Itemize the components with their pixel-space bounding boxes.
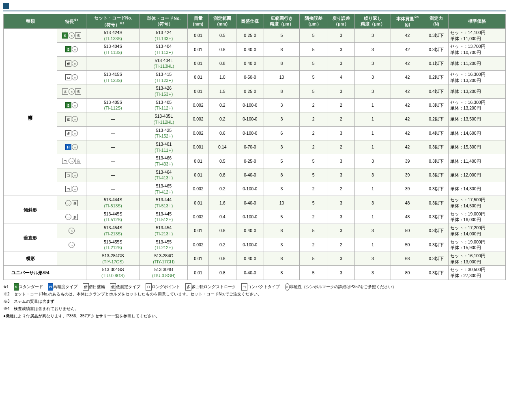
adjacent-cell: 5	[300, 84, 327, 98]
force-cell: 0.3以下	[424, 252, 448, 265]
weight-cell: 42	[391, 98, 424, 112]
col-feature: 特長※1	[57, 14, 86, 29]
repeatability-cell: 3	[355, 71, 391, 84]
category-cell: 縦形	[4, 28, 57, 196]
col-repeat: 繰り返し精度（μm）	[355, 14, 391, 29]
table-row: H○—513-401(TI-111H)0.0010.140-70-0322142…	[4, 140, 506, 154]
accuracy-cell: 5	[264, 154, 299, 168]
unit-code-cell: 513-454(TI-213H)	[140, 224, 188, 238]
table-row: 傾斜形○多513-444S(TI-513S)513-444(TI-513H)0.…	[4, 196, 506, 210]
accuracy-cell: 3	[264, 112, 299, 126]
force-cell: 0.3以下	[424, 43, 448, 56]
return-cell: 3	[327, 224, 355, 238]
force-cell: 0.3以下	[424, 266, 448, 280]
price-cell: 単体：12,000円	[448, 168, 505, 182]
set-code-cell: 513-304GS(TIU-0.8GS)	[86, 266, 140, 280]
graduation-cell: 0.002	[188, 98, 208, 112]
repeatability-cell: 1	[355, 112, 391, 126]
unit-code-cell: 513-401(TI-111H)	[140, 140, 188, 154]
range-cell: 0.14	[208, 140, 236, 154]
col-return: 戻り誤差（μm）	[327, 14, 355, 29]
footnote-5: ●機種により付属品が異なります。P356、357アクセサリー一覧を参照してくださ…	[3, 312, 506, 320]
feature-cell: S○倍	[57, 28, 86, 42]
weight-cell: 42	[391, 140, 424, 154]
adjacent-cell: 2	[300, 238, 327, 252]
price-cell: セット：16,100円単体：13,000円	[448, 252, 505, 265]
unit-code-cell: 513-304G(TIU-0.8GH)	[140, 266, 188, 280]
set-code-cell: —	[86, 84, 140, 98]
force-cell: 0.3以下	[424, 28, 448, 42]
price-cell: 単体：11,400円	[448, 154, 505, 168]
adjacent-cell: 2	[300, 182, 327, 196]
table-row: S○513-405S(TI-112S)513-405(TI-112H)0.002…	[4, 98, 506, 112]
col-graduation: 目量(mm)	[188, 14, 208, 29]
table-row: 多○倍—513-426(TI-153H)0.011.50-25-08533420…	[4, 84, 506, 98]
price-cell: セット：19,000円単体：15,900円	[448, 238, 505, 252]
range-cell: 0.8	[208, 168, 236, 182]
force-cell: 0.4以下	[424, 84, 448, 98]
set-code-cell: —	[86, 56, 140, 70]
adjacent-cell: 2	[300, 140, 327, 154]
range-cell: 0.2	[208, 98, 236, 112]
weight-cell: 50	[391, 224, 424, 238]
col-price: 標準価格	[448, 14, 505, 29]
range-cell: 0.8	[208, 224, 236, 238]
set-code-cell: —	[86, 182, 140, 196]
set-code-cell: 513-454S(TI-213S)	[86, 224, 140, 238]
footnotes: ※1 Sスタンダード H高精度タイプ 倍倍目盛幅 低低測定タイプ ロロングポイン…	[3, 283, 506, 320]
weight-cell: 42	[391, 126, 424, 140]
unit-code-cell: 513-405(TI-112H)	[140, 98, 188, 112]
scale-cell: 0-40-0	[236, 43, 264, 56]
adjacent-cell: 5	[300, 266, 327, 280]
range-cell: 1.5	[208, 84, 236, 98]
weight-cell: 39	[391, 154, 424, 168]
accuracy-cell: 3	[264, 238, 299, 252]
force-cell: 0.2以下	[424, 112, 448, 126]
force-cell: 0.1以下	[424, 56, 448, 70]
weight-cell: 42	[391, 56, 424, 70]
scale-cell: 0-40-0	[236, 196, 264, 210]
col-force: 測定力(N)	[424, 14, 448, 29]
accuracy-cell: 8	[264, 84, 299, 98]
force-cell: 0.3以下	[424, 98, 448, 112]
feature-cell: S○	[57, 98, 86, 112]
unit-code-cell: 513-284G(TIY-17GH)	[140, 252, 188, 265]
repeatability-cell: 3	[355, 154, 391, 168]
table-row: ○多513-445S(TI-512S)513-445(TI-512H)0.002…	[4, 210, 506, 224]
adjacent-cell: 5	[300, 154, 327, 168]
repeatability-cell: 1	[355, 126, 391, 140]
unit-code-cell: 513-445(TI-512H)	[140, 210, 188, 224]
return-cell: 2	[327, 182, 355, 196]
force-cell: 0.3以下	[424, 238, 448, 252]
col-weight: 本体質量※3(g)	[391, 14, 424, 29]
accuracy-cell: 10	[264, 71, 299, 84]
repeatability-cell: 1	[355, 98, 391, 112]
adjacent-cell: 2	[300, 98, 327, 112]
table-row: ユニバーサル形※4513-304GS(TIU-0.8GS)513-304G(TI…	[4, 266, 506, 280]
price-cell: セット：30,500円単体：27,300円	[448, 266, 505, 280]
graduation-cell: 0.01	[188, 224, 208, 238]
weight-cell: 48	[391, 210, 424, 224]
adjacent-cell: 2	[300, 126, 327, 140]
set-code-cell: 513-455S(TI-212S)	[86, 238, 140, 252]
graduation-cell: 0.01	[188, 252, 208, 265]
range-cell: 0.6	[208, 126, 236, 140]
adjacent-cell: 5	[300, 71, 327, 84]
set-code-cell: —	[86, 154, 140, 168]
col-scale: 目盛仕様	[236, 14, 264, 29]
accuracy-cell: 8	[264, 266, 299, 280]
scale-cell: 0-25-0	[236, 28, 264, 42]
graduation-cell: 0.01	[188, 196, 208, 210]
accuracy-cell: 8	[264, 224, 299, 238]
return-cell: 2	[327, 238, 355, 252]
table-row: 垂直形○513-454S(TI-213S)513-454(TI-213H)0.0…	[4, 224, 506, 238]
scale-cell: 0-100-0	[236, 238, 264, 252]
return-cell: 3	[327, 84, 355, 98]
repeatability-cell: 3	[355, 168, 391, 182]
col-range: 測定範囲(mm)	[208, 14, 236, 29]
price-cell: 単体：15,300円	[448, 140, 505, 154]
accuracy-cell: 6	[264, 126, 299, 140]
return-cell: 3	[327, 266, 355, 280]
weight-cell: 42	[391, 84, 424, 98]
unit-code-cell: 513-404(TI-113H)	[140, 43, 188, 56]
